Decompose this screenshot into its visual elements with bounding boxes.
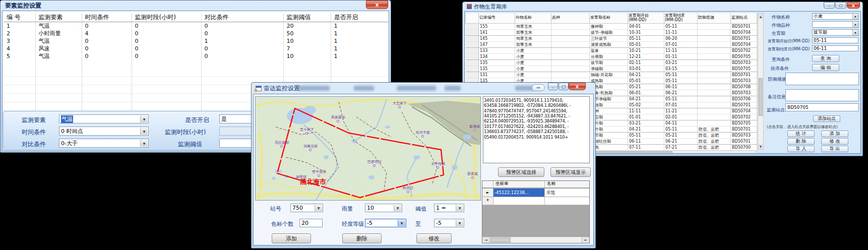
chevron-down-icon[interactable]: ▼ <box>852 22 858 27</box>
minimize-icon[interactable]: _ <box>824 2 835 9</box>
chevron-down-icon[interactable]: ▼ <box>140 115 148 122</box>
chevron-down-icon[interactable]: ▼ <box>140 128 148 135</box>
color-count-input[interactable]: 20 <box>299 219 323 227</box>
table-row[interactable]: 133小麦返青10-2111-11BD50702 <box>466 47 757 53</box>
language-bar-icon[interactable]: ⇔ <box>532 84 545 91</box>
rain-combo[interactable]: 10▼ <box>365 204 402 212</box>
left-titlebar[interactable]: 要素监控设置 x <box>2 1 389 11</box>
scroll-down-icon[interactable]: ▼ <box>758 144 763 149</box>
close-icon[interactable]: x <box>366 1 388 9</box>
table-row[interactable]: 5气温000101 <box>4 52 389 60</box>
table-row[interactable]: 135小麦拔节期02-1103-21BD50703 <box>466 59 757 66</box>
station-no-combo[interactable]: 750▼ <box>290 204 323 212</box>
chevron-down-icon[interactable]: ▼ <box>398 220 405 226</box>
region-name-cell[interactable]: 示范 <box>545 189 589 197</box>
phase-combo[interactable]: 拔节期▼ <box>812 29 858 36</box>
scroll-thumb[interactable] <box>490 237 511 242</box>
scroll-right-icon[interactable]: ► <box>582 237 589 243</box>
crop-variety-combo[interactable]: ▼ <box>812 21 858 28</box>
to-combo[interactable]: -5▼ <box>434 219 464 227</box>
chevron-down-icon[interactable]: ▼ <box>852 14 858 19</box>
crop-table-vscrollbar[interactable]: ▲ ▼ <box>758 13 764 150</box>
close-icon[interactable]: x <box>569 83 586 90</box>
table-row[interactable]: 145饲草玉米三叶拔节05-1106-20BD50701 <box>466 35 757 41</box>
end-date-input[interactable]: 06-11 <box>812 45 858 51</box>
scroll-thumb[interactable] <box>759 78 763 116</box>
warn-region-select-button[interactable]: 预警区域选择 <box>498 167 544 177</box>
col-header[interactable]: 监测要素 <box>35 13 82 22</box>
modify-button[interactable]: 修 改 <box>821 138 848 145</box>
monitor-element-combo[interactable]: 气温 ▼ <box>59 114 149 123</box>
region-row-new[interactable]: * <box>482 197 589 205</box>
station-input[interactable]: BD50705 <box>785 103 859 111</box>
region-grid-hscrollbar[interactable]: ◄ ► <box>482 236 589 243</box>
add-button[interactable]: 添加 <box>272 233 311 243</box>
stat-button[interactable]: 统 计 <box>787 131 815 137</box>
cell: 05-02 <box>628 102 664 108</box>
scroll-up-icon[interactable]: ▲ <box>758 14 763 19</box>
export-button[interactable]: 导 出 <box>821 146 848 152</box>
cell: 07-21 <box>664 144 698 150</box>
warn-region-show-button[interactable]: 预警区域显示 <box>550 167 591 177</box>
edit-button[interactable]: 编 辑 <box>812 64 839 71</box>
cell: 155 <box>479 23 515 29</box>
name-col-header[interactable]: 名称 <box>545 181 589 188</box>
col-header[interactable]: 对比条件 <box>201 13 283 22</box>
table-row[interactable]: 131小麦抽穗-开花期04-2105-11BD50701 <box>466 72 757 78</box>
mid-titlebar[interactable]: 雷达监控设置 ⇔ _ □ x <box>253 83 594 94</box>
cell: 10-21 <box>628 47 664 53</box>
right-titlebar[interactable]: 作物生育期库 _ □ x <box>464 2 861 11</box>
chevron-down-icon[interactable]: ▼ <box>394 205 401 211</box>
delete-button[interactable]: 删 除 <box>787 138 815 145</box>
monitor-table-header[interactable]: 编 号 监测要素 时间条件 监测时段(小时) 对比条件 监测阈值 是否开启 <box>4 13 389 22</box>
coords-textbox[interactable]: 3491.0172034571, 905914.1.1179410, 63458… <box>483 96 590 163</box>
query-button[interactable]: 查 询 <box>812 55 839 62</box>
col-header[interactable]: 监测阈值 <box>283 13 331 22</box>
maximize-icon[interactable]: □ <box>835 2 846 9</box>
coord-col-header[interactable]: 坐标串 <box>493 181 545 188</box>
level-combo[interactable]: -5▼ <box>365 219 406 227</box>
cell: 05-11 <box>664 78 698 84</box>
table-row[interactable]: 141双季玉米拔节-孕穗期10-3111-11BD50704 <box>466 29 757 35</box>
axis-combo[interactable]: 1 =▼ <box>434 204 464 212</box>
region-row[interactable]: ► -45122.12238... 示范 <box>482 189 589 197</box>
table-row[interactable]: 3气温001101 <box>4 37 389 45</box>
time-condition-combo[interactable]: 0 时间点 ▼ <box>59 127 149 136</box>
delete-button[interactable]: 删除 <box>342 233 382 243</box>
start-date-input[interactable]: 05-11 <box>812 37 858 43</box>
defense-textarea[interactable] <box>785 73 859 85</box>
compare-condition-combo[interactable]: 0-大于 ▼ <box>59 139 149 148</box>
chevron-down-icon[interactable]: ▼ <box>315 205 322 211</box>
chevron-down-icon[interactable]: ▼ <box>456 205 463 211</box>
app-icon <box>256 86 262 91</box>
cell: 04-21 <box>628 72 664 78</box>
crop-name-combo[interactable]: 小麦▼ <box>812 13 858 20</box>
table-row[interactable]: 4风速00071 <box>4 45 389 52</box>
map-view[interactable]: 高家梁乡大五家子五十家子乌兰敖都兴隆洼镇哈日干图巴彦塔拉太平地镇查干诺尔奈林镇白… <box>255 96 481 201</box>
import-button[interactable]: 导 入 <box>787 146 815 152</box>
table-row[interactable]: 134小麦分蘖期12-2101-11BD50705 <box>466 53 757 59</box>
scroll-left-icon[interactable]: ◄ <box>482 237 490 243</box>
col-header[interactable]: 时间条件 <box>82 13 132 22</box>
note-textarea[interactable] <box>785 89 859 101</box>
chevron-down-icon[interactable]: ▼ <box>456 220 463 226</box>
add-button[interactable]: 添 加 <box>821 131 848 137</box>
col-header[interactable]: 监测时段(小时) <box>132 13 201 22</box>
col-header[interactable]: 编 号 <box>4 13 35 22</box>
modify-button[interactable]: 修改 <box>416 233 452 243</box>
table-row[interactable]: 147双季玉米灌浆成熟期05-0107-01BD50704 <box>466 41 757 47</box>
table-row[interactable]: 2小时雨量400501 <box>4 30 389 37</box>
table-row[interactable]: 155饲草玉米播种期04-0105-11BD50701 <box>466 23 757 29</box>
table-row[interactable]: 135小麦孕穗期03-0103-15BD50705 <box>466 66 757 72</box>
add-station-button[interactable]: 添加站点 <box>813 115 840 122</box>
col-header[interactable]: 是否开启 <box>331 13 389 22</box>
maximize-icon[interactable]: □ <box>559 83 569 90</box>
table-row[interactable]: 1气温000201 <box>4 22 389 30</box>
close-icon[interactable]: x <box>847 2 860 9</box>
minimize-icon[interactable]: _ <box>548 83 558 90</box>
crop-table-header[interactable]: 记录编号 作物名称 品种 发育期名称 发育期开始 (MM-DD) 发育期结束 (… <box>466 13 757 23</box>
chevron-down-icon[interactable]: ▼ <box>852 30 858 35</box>
region-coord-cell[interactable]: -45122.12238... <box>493 189 545 197</box>
to-label: 至 <box>415 220 421 228</box>
chevron-down-icon[interactable]: ▼ <box>140 140 148 147</box>
